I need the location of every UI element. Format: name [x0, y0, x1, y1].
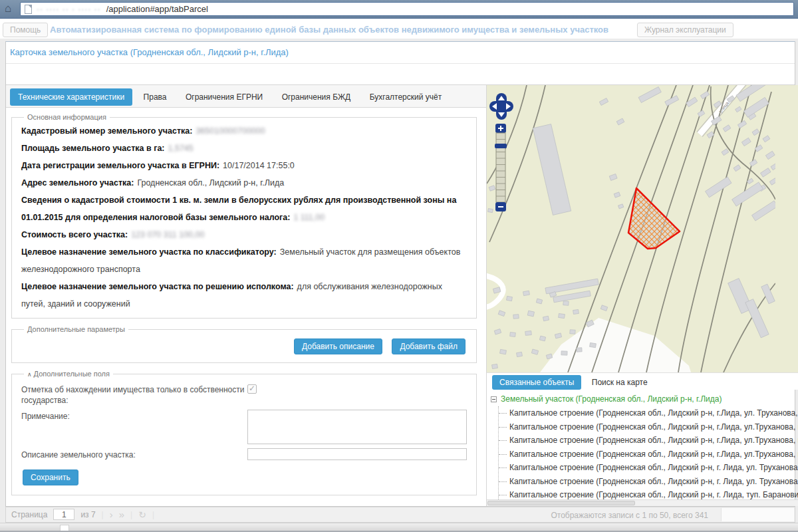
- tech-form: Основная информация Кадастровый номер зе…: [6, 108, 486, 495]
- parcel-card-panel: Карточка земельного участка (Гродненская…: [5, 41, 795, 507]
- url-host-redacted: ·· ···· ·· · ···· ··: [37, 5, 101, 14]
- tab-tech-characteristics[interactable]: Технические характеристики: [10, 88, 132, 106]
- card-toolbar: [6, 63, 795, 85]
- page-of-label: из 7: [80, 510, 95, 519]
- related-tabs: Связанные объекты Поиск на карте: [487, 372, 798, 390]
- cadastral-number-value: 365010000700000: [196, 126, 265, 136]
- tree-horizontal-scrollbar[interactable]: [487, 499, 798, 506]
- tree-item[interactable]: Капитальное строение (Гродненская обл., …: [499, 475, 798, 489]
- zoom-in-icon: [495, 124, 506, 133]
- map-view[interactable]: улица: [487, 85, 798, 372]
- tree-item[interactable]: Капитальное строение (Гродненская обл., …: [499, 406, 798, 420]
- zoom-slider: [495, 133, 507, 202]
- tree-item[interactable]: Капитальное строение (Гродненская обл., …: [499, 420, 798, 434]
- description-label: Описание земельного участка:: [21, 448, 247, 460]
- additional-params-legend: Дополнительные параметры: [24, 325, 128, 333]
- registration-date-value: 10/17/2014 17:55:0: [223, 161, 295, 170]
- save-button[interactable]: Сохранить: [23, 469, 78, 485]
- records-info: Отображаются записи с 1 по 50, всего 341: [551, 511, 708, 520]
- related-objects-tree: Земельный участок (Гродненская обл., Лид…: [487, 390, 798, 499]
- state-property-checkbox[interactable]: [247, 384, 257, 394]
- home-icon[interactable]: ⌂: [5, 3, 11, 15]
- add-description-button[interactable]: Добавить описание: [294, 338, 382, 354]
- field-cadastral-number: Кадастровый номер земельного участка:365…: [21, 122, 467, 140]
- pagination-bar: Страница из 7 | › » | ↻ | Отображаются з…: [5, 507, 795, 523]
- app-header: Помощь Автоматизированная система по фор…: [0, 19, 798, 39]
- area-value: 1,5745: [168, 144, 194, 153]
- left-pane: Технические характеристики Права Огранич…: [6, 85, 486, 506]
- journal-button[interactable]: Журнал эксплуатации: [637, 23, 733, 37]
- state-property-label: Отметка об нахождении имущества только в…: [21, 383, 247, 406]
- description-row: Описание земельного участка:: [21, 448, 467, 460]
- field-area: Площадь земельного участка в га:1,5745: [21, 140, 467, 157]
- tab-rights[interactable]: Права: [136, 88, 175, 106]
- tree-item[interactable]: Капитальное строение (Гродненская обл., …: [499, 434, 798, 448]
- total-value-value: 123 070 311 100,00: [131, 230, 204, 239]
- address-value: Гродненская обл., Лидский р-н, г.Лида: [137, 178, 284, 188]
- tab-accounting[interactable]: Бухгалтерский учёт: [362, 88, 450, 106]
- refresh-icon[interactable]: ↻: [138, 509, 146, 520]
- url-bar[interactable]: ·· ···· ·· · ···· ·· /application#app/ta…: [20, 2, 794, 16]
- tree-item[interactable]: Капитальное строение (Гродненская обл., …: [499, 448, 798, 462]
- field-purpose-classifier: Целевое назначение земельного участка по…: [21, 243, 467, 278]
- pan-control-icon: [489, 93, 513, 120]
- additional-fields-fieldset: ∧Дополнительные поля Отметка об нахожден…: [11, 370, 477, 495]
- last-page-icon[interactable]: »: [119, 509, 124, 520]
- collapse-icon[interactable]: ∧: [27, 371, 32, 378]
- field-registration-date: Дата регистрации земельного участка в ЕГ…: [21, 157, 467, 174]
- app-title: Автоматизированная система по формирован…: [50, 25, 608, 35]
- page-number-input[interactable]: [53, 509, 74, 520]
- additional-params-fieldset: Дополнительные параметры Добавить описан…: [11, 325, 477, 363]
- page-label: Страница: [11, 510, 47, 519]
- map-canvas: улица: [487, 85, 775, 372]
- right-pane: улица: [486, 85, 798, 506]
- state-property-row: Отметка об нахождении имущества только в…: [21, 383, 467, 406]
- zoom-slider-handle: [495, 144, 507, 148]
- field-address: Адрес земельного участка:Гродненская обл…: [21, 174, 467, 192]
- tree-item[interactable]: Капитальное строение (Гродненская обл., …: [499, 488, 798, 499]
- next-page-icon[interactable]: ›: [110, 509, 113, 520]
- note-row: Примечание:: [21, 410, 467, 444]
- zoom-out-icon: [495, 202, 506, 211]
- window-bottom-strip: [0, 523, 798, 532]
- field-total-value: Стоимость всего участка:123 070 311 100,…: [21, 226, 467, 243]
- tab-restrictions-bzhd[interactable]: Ограничения БЖД: [274, 88, 359, 106]
- add-file-button[interactable]: Добавить файл: [392, 338, 466, 354]
- field-purpose-executive: Целевое назначение земельного участка по…: [21, 278, 467, 313]
- help-button[interactable]: Помощь: [3, 23, 48, 37]
- note-textarea[interactable]: [247, 410, 467, 444]
- tree-item[interactable]: Капитальное строение (Гродненская обл., …: [499, 461, 798, 475]
- page-icon: [25, 5, 32, 14]
- scrollbar-thumb[interactable]: [487, 501, 635, 505]
- tree-root-item[interactable]: Земельный участок (Гродненская обл., Лид…: [491, 392, 798, 406]
- browser-topbar: ⌂ ·· ···· ·· · ···· ·· /application#app/…: [0, 0, 798, 19]
- main-info-legend: Основная информация: [24, 113, 110, 121]
- note-label: Примечание:: [21, 410, 247, 444]
- description-input[interactable]: [247, 448, 467, 460]
- tab-related-objects[interactable]: Связанные объекты: [492, 375, 581, 390]
- map-controls[interactable]: [489, 93, 513, 221]
- tab-restrictions-egrni[interactable]: Ограничения ЕГРНИ: [178, 88, 271, 106]
- tab-map-search[interactable]: Поиск на карте: [585, 375, 655, 390]
- field-cadastral-value: Сведения о кадастровой стоимости 1 кв. м…: [21, 192, 467, 226]
- main-info-fieldset: Основная информация Кадастровый номер зе…: [11, 113, 477, 319]
- page-title: Карточка земельного участка (Гродненская…: [6, 42, 795, 63]
- pager-right-spacer: [721, 508, 794, 521]
- cadastral-value-value: 1 111,00: [293, 213, 325, 222]
- url-path: /application#app/tabParcel: [106, 4, 208, 14]
- additional-fields-legend: ∧Дополнительные поля: [24, 370, 113, 378]
- collapse-expander-icon[interactable]: [491, 396, 497, 402]
- card-tabs: Технические характеристики Права Огранич…: [6, 85, 486, 108]
